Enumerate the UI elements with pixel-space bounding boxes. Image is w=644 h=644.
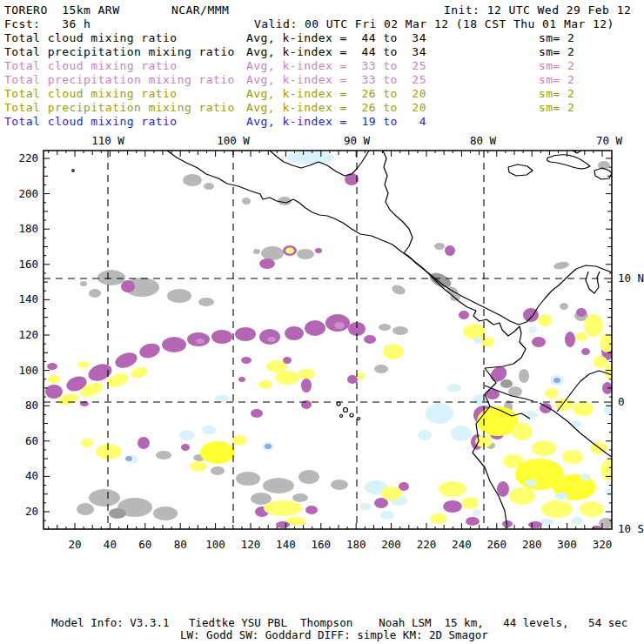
field-blob bbox=[497, 481, 509, 497]
field-blob bbox=[81, 439, 93, 447]
field-blob bbox=[519, 369, 529, 383]
field-blob bbox=[380, 511, 394, 520]
field-blob bbox=[554, 493, 568, 500]
x-axis-label: 260 bbox=[487, 538, 507, 551]
field-blob bbox=[301, 379, 312, 392]
x-axis-label: 240 bbox=[452, 538, 472, 551]
field-blob bbox=[89, 489, 120, 506]
y-axis-label: 160 bbox=[18, 258, 38, 271]
field-blob bbox=[297, 249, 314, 259]
y-axis-label: 120 bbox=[18, 328, 38, 341]
field-blob bbox=[181, 444, 190, 451]
field-blob bbox=[374, 498, 388, 508]
field-blob bbox=[45, 385, 63, 399]
model-info-line1: Model Info: V3.3.1 Tiedtke YSU PBL Thomp… bbox=[51, 617, 627, 629]
field-blob bbox=[305, 506, 318, 514]
field-blob bbox=[283, 357, 292, 364]
field-blob bbox=[162, 337, 186, 352]
field-blob bbox=[211, 330, 232, 344]
field-blob bbox=[445, 245, 455, 256]
latitude-label: 10 S bbox=[618, 522, 644, 535]
field-blob bbox=[541, 500, 573, 518]
field-blob bbox=[298, 369, 315, 379]
field-blob bbox=[80, 281, 87, 286]
longitude-label: 90 W bbox=[344, 134, 371, 147]
coastline bbox=[547, 155, 590, 169]
field-blob bbox=[434, 243, 445, 250]
field-blob bbox=[153, 506, 178, 520]
field-blob bbox=[138, 341, 161, 360]
island bbox=[358, 418, 360, 420]
field-blob bbox=[253, 249, 260, 254]
x-axis-label: 320 bbox=[593, 538, 613, 551]
field-blob bbox=[584, 314, 603, 337]
field-blob bbox=[130, 366, 149, 380]
field-blob bbox=[459, 311, 469, 319]
weather-model-plot-page: TORERO 15km ARW NCAR/MMM Init: 12 UTC We… bbox=[0, 0, 644, 644]
x-axis-label: 140 bbox=[276, 538, 296, 551]
field-blob bbox=[156, 451, 171, 460]
latitude-label: 0 bbox=[618, 395, 625, 408]
field-blob bbox=[97, 270, 125, 285]
map-plot: 2040608010012014016018020022024026028030… bbox=[0, 0, 644, 644]
field-blob bbox=[47, 363, 57, 370]
field-blob bbox=[267, 337, 276, 342]
field-blob bbox=[77, 503, 94, 515]
field-blob bbox=[571, 517, 583, 524]
field-blob bbox=[138, 437, 150, 449]
x-axis-label: 180 bbox=[346, 538, 366, 551]
field-blob bbox=[265, 444, 272, 449]
x-axis-label: 120 bbox=[241, 538, 261, 551]
field-blob bbox=[580, 501, 604, 517]
field-blob bbox=[553, 378, 560, 383]
field-blob bbox=[241, 357, 252, 364]
field-blob bbox=[200, 441, 235, 464]
field-blob bbox=[71, 169, 75, 172]
field-blob bbox=[560, 303, 568, 310]
field-blob bbox=[545, 388, 559, 399]
field-blob bbox=[204, 183, 214, 190]
field-blob bbox=[305, 320, 325, 336]
field-blob bbox=[364, 335, 376, 344]
field-blob bbox=[125, 456, 132, 461]
x-axis-label: 40 bbox=[104, 538, 117, 551]
field-blob bbox=[575, 332, 587, 341]
field-blob bbox=[581, 348, 590, 355]
field-blob bbox=[555, 399, 573, 411]
map-interior bbox=[44, 151, 618, 531]
field-blob bbox=[251, 493, 272, 505]
y-axis-label: 20 bbox=[25, 505, 38, 518]
field-blob bbox=[447, 384, 461, 392]
field-blob bbox=[231, 435, 247, 446]
y-axis-label: 80 bbox=[25, 399, 38, 412]
field-blob bbox=[190, 461, 207, 472]
field-blob bbox=[179, 430, 195, 440]
field-blob bbox=[299, 470, 319, 484]
longitude-label: 100 W bbox=[217, 134, 250, 147]
x-axis-label: 80 bbox=[174, 538, 187, 551]
field-blob bbox=[451, 426, 472, 441]
island bbox=[344, 408, 348, 413]
x-axis-label: 200 bbox=[381, 538, 401, 551]
field-blob bbox=[565, 332, 575, 347]
x-axis-label: 300 bbox=[557, 538, 577, 551]
field-blob bbox=[573, 402, 594, 416]
field-blob bbox=[275, 371, 299, 385]
field-blob bbox=[215, 395, 229, 402]
coastline bbox=[586, 272, 600, 293]
field-blob bbox=[263, 478, 294, 493]
field-blob bbox=[532, 440, 556, 456]
field-blob bbox=[89, 289, 101, 298]
field-blob bbox=[264, 500, 302, 516]
field-blob bbox=[292, 493, 308, 502]
field-blob bbox=[383, 344, 404, 359]
x-axis-label: 160 bbox=[312, 538, 332, 551]
field-blob bbox=[580, 473, 591, 480]
y-axis-label: 60 bbox=[25, 434, 38, 447]
field-blob bbox=[600, 460, 618, 480]
field-blob bbox=[77, 361, 90, 368]
field-blob bbox=[121, 280, 135, 292]
field-blob bbox=[276, 521, 290, 528]
coastline bbox=[508, 164, 533, 176]
x-axis-label: 60 bbox=[138, 538, 151, 551]
